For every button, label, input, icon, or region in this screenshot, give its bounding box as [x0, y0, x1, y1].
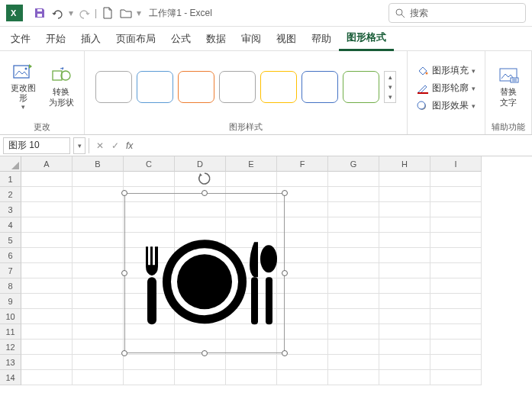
open-file-icon[interactable] [117, 4, 135, 22]
row-header[interactable]: 7 [0, 263, 21, 278]
cell[interactable] [379, 172, 430, 187]
resize-handle[interactable] [282, 270, 288, 276]
row-header[interactable]: 10 [0, 309, 21, 324]
select-all-triangle[interactable] [0, 156, 21, 172]
tab-file[interactable]: 文件 [3, 27, 38, 51]
cell[interactable] [430, 324, 482, 340]
gallery-more-icon[interactable]: ▾ [385, 92, 395, 102]
cell[interactable] [430, 370, 482, 385]
cell[interactable] [277, 172, 328, 187]
cell[interactable] [379, 233, 430, 248]
shape-outline-button[interactable]: 图形轮廓 ▾ [414, 80, 479, 96]
cell[interactable] [379, 248, 430, 263]
resize-handle[interactable] [121, 270, 127, 276]
cell[interactable] [328, 355, 379, 370]
undo-icon[interactable] [49, 4, 67, 22]
cell[interactable] [328, 370, 379, 385]
cell[interactable] [379, 187, 430, 202]
cell[interactable] [328, 202, 379, 217]
row-header[interactable]: 14 [0, 370, 21, 385]
cell[interactable] [21, 340, 73, 355]
style-preset-1[interactable] [95, 71, 132, 103]
cell[interactable] [73, 263, 124, 278]
cell[interactable] [226, 172, 277, 187]
tab-review[interactable]: 审阅 [234, 27, 269, 51]
column-header[interactable]: E [226, 156, 277, 172]
cell[interactable] [73, 355, 124, 370]
enter-formula-icon[interactable]: ✓ [108, 140, 123, 151]
cell[interactable] [430, 355, 482, 370]
cell[interactable] [175, 370, 226, 385]
row-header[interactable]: 2 [0, 187, 21, 202]
qat-overflow-icon[interactable]: ▾ [137, 8, 141, 18]
cell[interactable] [379, 202, 430, 217]
tab-help[interactable]: 帮助 [304, 27, 339, 51]
cell[interactable] [21, 263, 73, 278]
shape-selection-box[interactable] [124, 193, 285, 353]
cell[interactable] [277, 217, 328, 233]
alt-text-button[interactable]: 替换 文字 [492, 60, 525, 114]
cell[interactable] [379, 294, 430, 309]
cell[interactable] [21, 309, 73, 324]
row-header[interactable]: 8 [0, 278, 21, 294]
cell[interactable] [430, 309, 482, 324]
cell[interactable] [379, 340, 430, 355]
cell[interactable] [73, 233, 124, 248]
tab-pagelayout[interactable]: 页面布局 [108, 27, 163, 51]
row-header[interactable]: 4 [0, 217, 21, 233]
cell[interactable] [430, 263, 482, 278]
cell[interactable] [73, 172, 124, 187]
cell[interactable] [328, 278, 379, 294]
style-preset-2[interactable] [137, 71, 173, 103]
column-header[interactable]: I [430, 156, 482, 172]
cell[interactable] [328, 340, 379, 355]
style-preset-5[interactable] [260, 71, 297, 103]
row-header[interactable]: 1 [0, 172, 21, 187]
shape-fill-button[interactable]: 图形填充 ▾ [414, 63, 479, 79]
tab-insert[interactable]: 插入 [73, 27, 108, 51]
cell[interactable] [277, 324, 328, 340]
tab-graphics-format[interactable]: 图形格式 [339, 27, 394, 51]
cell[interactable] [277, 202, 328, 217]
gallery-up-icon[interactable]: ▴ [385, 72, 395, 82]
fx-icon[interactable]: fx [126, 140, 133, 151]
row-header[interactable]: 9 [0, 294, 21, 309]
dining-plate-icon[interactable] [132, 228, 277, 335]
cell[interactable] [73, 340, 124, 355]
cell[interactable] [277, 233, 328, 248]
cell[interactable] [430, 172, 482, 187]
cell[interactable] [430, 187, 482, 202]
tab-view[interactable]: 视图 [269, 27, 304, 51]
change-graphic-button[interactable]: 更改图 形 ▾ [6, 60, 40, 114]
cell[interactable] [379, 309, 430, 324]
cell[interactable] [430, 248, 482, 263]
column-header[interactable]: C [124, 156, 175, 172]
column-header[interactable]: A [21, 156, 73, 172]
row-header[interactable]: 11 [0, 324, 21, 340]
resize-handle[interactable] [202, 350, 208, 356]
shape-effects-button[interactable]: 图形效果 ▾ [414, 98, 479, 114]
cell[interactable] [430, 340, 482, 355]
cell[interactable] [379, 263, 430, 278]
cell[interactable] [73, 217, 124, 233]
cell[interactable] [73, 309, 124, 324]
cell[interactable] [379, 217, 430, 233]
tab-home[interactable]: 开始 [38, 27, 73, 51]
resize-handle[interactable] [121, 190, 127, 196]
cell[interactable] [21, 278, 73, 294]
column-header[interactable]: F [277, 156, 328, 172]
cell[interactable] [124, 370, 175, 385]
style-preset-3[interactable] [178, 71, 214, 103]
row-header[interactable]: 6 [0, 248, 21, 263]
search-box[interactable]: 搜索 [389, 3, 526, 23]
cell[interactable] [277, 309, 328, 324]
cell[interactable] [277, 294, 328, 309]
cell[interactable] [328, 309, 379, 324]
cell[interactable] [21, 355, 73, 370]
cell[interactable] [226, 355, 277, 370]
cell[interactable] [73, 324, 124, 340]
tab-data[interactable]: 数据 [198, 27, 234, 51]
cell[interactable] [21, 217, 73, 233]
cell[interactable] [21, 294, 73, 309]
name-box[interactable]: 图形 10 [3, 137, 70, 154]
